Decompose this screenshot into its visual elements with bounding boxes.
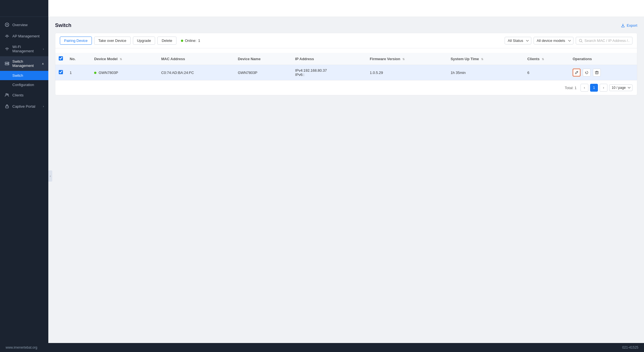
row-checkbox-cell (55, 65, 66, 80)
ap-management-icon (4, 33, 10, 39)
table-header-row: No. Device Model ⇅ MAC Address Device Na… (55, 53, 637, 65)
col-no: No. (66, 53, 91, 65)
col-operations: Operations (569, 53, 637, 65)
device-table: No. Device Model ⇅ MAC Address Device Na… (55, 53, 637, 80)
sidebar-item-switch-management-label: Switch Management (12, 59, 42, 68)
svg-point-8 (8, 64, 8, 65)
sidebar-item-captive-portal-label: Captive Portal (12, 104, 43, 109)
firmware-sort-icon[interactable]: ⇅ (402, 58, 405, 61)
prev-page-button[interactable]: ‹ (580, 84, 588, 92)
status-filter[interactable]: All Status (505, 37, 531, 44)
footer-website: www.imenertebat.org (6, 346, 37, 349)
svg-rect-13 (595, 72, 598, 74)
sidebar-item-clients-label: Clients (12, 93, 44, 97)
online-count: 1 (198, 39, 200, 43)
model-filter[interactable]: All device models (534, 37, 573, 44)
cell-mac-address: C0:74:AD:BA:24:FC (158, 65, 235, 80)
col-system-up-time: System Up Time ⇅ (447, 53, 524, 65)
sidebar-item-overview[interactable]: Overview (0, 19, 48, 30)
col-ip-address: IP Address (292, 53, 366, 65)
sidebar-item-ap-management-label: AP Management (12, 34, 44, 38)
sidebar: Overview AP Management Wi-Fi (0, 0, 48, 352)
cell-firmware: 1.0.5.29 (366, 65, 447, 80)
sidebar-item-wifi-management[interactable]: Wi-Fi Management › (0, 42, 48, 56)
operations-group (573, 69, 634, 76)
sidebar-item-configuration[interactable]: Configuration (0, 80, 48, 89)
switch-management-icon (4, 61, 10, 66)
online-label: Online: (185, 39, 196, 43)
svg-rect-4 (7, 37, 7, 38)
col-firmware-version: Firmware Version ⇅ (366, 53, 447, 65)
delete-button[interactable]: Delete (157, 37, 176, 45)
cell-ip-address: IPv4:192.168.80.37 IPv6:: (292, 65, 366, 80)
sidebar-nav: Overview AP Management Wi-Fi (0, 17, 48, 352)
pairing-device-button[interactable]: Pairing Device (60, 37, 92, 45)
svg-point-9 (6, 94, 7, 95)
page-content: Switch Export Pairing Device Take over D… (48, 17, 644, 352)
footer-phone: 021-41525 (622, 346, 638, 349)
cell-device-model: GWN7803P (91, 65, 158, 80)
cell-operations (569, 65, 637, 80)
sidebar-item-overview-label: Overview (12, 23, 44, 27)
captive-portal-chevron-icon: › (43, 105, 44, 108)
per-page-select[interactable]: 10 / page (609, 84, 632, 91)
sidebar-item-clients[interactable]: Clients (0, 89, 48, 101)
ip-v6: IPv6:: (295, 73, 363, 77)
export-button[interactable]: Export (621, 23, 637, 28)
export-icon (621, 24, 625, 28)
search-box (576, 37, 632, 44)
switch-management-chevron-icon: ∧ (42, 62, 44, 65)
svg-point-1 (6, 24, 8, 25)
table-row: 1 GWN7803P C0:74:AD:BA:24:FC GWN7803P (55, 65, 637, 80)
online-dot-icon (181, 40, 183, 42)
page-title: Switch (55, 22, 71, 28)
next-page-button[interactable]: › (600, 84, 607, 92)
pagination: Total: 1 ‹ 1 › 10 / page (55, 80, 637, 95)
sidebar-item-switch-management[interactable]: Switch Management ∧ (0, 56, 48, 71)
captive-portal-icon (4, 104, 10, 109)
col-mac-address: MAC Address (158, 53, 235, 65)
svg-rect-3 (6, 35, 8, 36)
toolbar-right: All Status All device models (505, 37, 632, 44)
search-icon (579, 39, 583, 43)
edit-icon (575, 71, 579, 75)
pagination-total: Total: 1 (565, 86, 577, 90)
take-over-device-button[interactable]: Take over Device (94, 37, 131, 45)
select-all-checkbox[interactable] (59, 56, 63, 60)
clients-sort-icon[interactable]: ⇅ (542, 58, 544, 61)
cell-uptime: 1h 35min (447, 65, 524, 80)
table-body: 1 GWN7803P C0:74:AD:BA:24:FC GWN7803P (55, 65, 637, 80)
device-status-dot (94, 72, 96, 74)
search-input[interactable] (584, 39, 629, 43)
ip-v4: IPv4:192.168.80.37 (295, 68, 363, 73)
online-status: Online: 1 (181, 39, 200, 43)
sidebar-logo (0, 0, 48, 17)
main-content: Switch Export Pairing Device Take over D… (48, 0, 644, 352)
delete-row-button[interactable] (593, 69, 601, 76)
sidebar-item-wifi-label: Wi-Fi Management (12, 45, 43, 53)
sidebar-item-configuration-label: Configuration (12, 83, 34, 87)
sidebar-item-ap-management[interactable]: AP Management (0, 30, 48, 42)
table-toolbar: Pairing Device Take over Device Upgrade … (55, 33, 637, 48)
col-clients: Clients ⇅ (524, 53, 569, 65)
svg-rect-11 (6, 106, 8, 108)
upgrade-button[interactable]: Upgrade (133, 37, 155, 45)
sidebar-item-switch-label: Switch (12, 73, 23, 78)
sidebar-item-switch[interactable]: Switch (0, 71, 48, 80)
row-checkbox[interactable] (59, 70, 63, 74)
svg-point-7 (8, 62, 8, 63)
cell-device-name: GWN7803P (234, 65, 292, 80)
edit-button[interactable] (573, 69, 580, 76)
export-label: Export (627, 23, 637, 28)
sidebar-item-captive-portal[interactable]: Captive Portal › (0, 101, 48, 112)
restart-button[interactable] (583, 69, 591, 76)
header-checkbox-cell (55, 53, 66, 65)
col-device-name: Device Name (234, 53, 292, 65)
page-1-button[interactable]: 1 (590, 84, 598, 92)
cell-no: 1 (66, 65, 91, 80)
device-model-sort-icon[interactable]: ⇅ (120, 58, 122, 61)
restart-icon (585, 71, 589, 75)
wifi-chevron-icon: › (43, 48, 44, 51)
sidebar-collapse-button[interactable]: ‹ (48, 170, 52, 182)
uptime-sort-icon[interactable]: ⇅ (481, 58, 483, 61)
